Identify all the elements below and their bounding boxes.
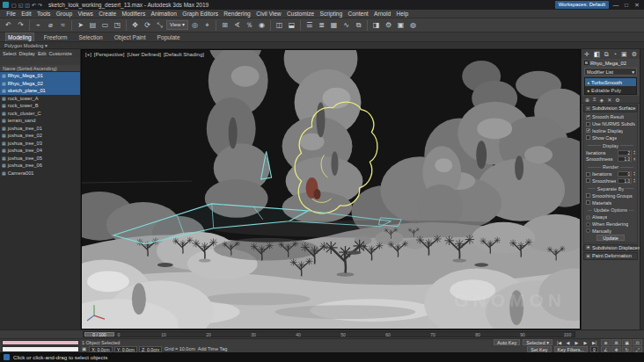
undo-icon[interactable]: ↶: [32, 2, 36, 8]
timeline-tick-100[interactable]: 100: [564, 332, 571, 337]
checkbox[interactable]: [586, 128, 590, 133]
pin-stack-icon[interactable]: ⊕: [585, 97, 589, 103]
select-and-link-icon[interactable]: ⌁: [33, 19, 44, 31]
viewport-label-segment-3[interactable]: [Default Shading]: [164, 52, 204, 57]
motion-tab[interactable]: ◔: [613, 51, 617, 57]
app-icon[interactable]: [3, 2, 9, 8]
explorer-row[interactable]: ▦rock_cluster_C: [0, 110, 80, 118]
parameter-value-field[interactable]: 2: [618, 150, 632, 156]
redo-icon[interactable]: ↷: [38, 2, 42, 8]
pan-icon[interactable]: ✥: [611, 346, 621, 352]
maximize-viewport-icon[interactable]: ⤢: [633, 346, 642, 352]
explorer-row[interactable]: ▦joshua_tree_04: [0, 147, 80, 155]
workspace-selector[interactable]: Workspaces: Default: [555, 1, 609, 9]
viewport-canvas[interactable]: [82, 50, 580, 329]
zoom-all-icon[interactable]: ⊞: [611, 339, 621, 345]
explorer-row[interactable]: ▦rock_tower_A: [0, 95, 80, 103]
menu-modifiers[interactable]: Modifiers: [119, 11, 148, 17]
spinner-arrows[interactable]: ▴▾: [633, 157, 635, 163]
explorer-menu-display[interactable]: Display: [19, 51, 35, 56]
parameter-value-field[interactable]: 1.0: [618, 156, 632, 162]
material-editor-icon[interactable]: ◨: [370, 19, 382, 31]
explorer-row[interactable]: ▦Rhyo_Mega_01: [0, 72, 80, 80]
zoom-icon[interactable]: ⊕: [601, 339, 611, 345]
rollout-header-paint-deformation[interactable]: +Paint Deformation: [583, 252, 638, 260]
timeline-tick-50[interactable]: 50: [340, 332, 346, 337]
previous-frame-button[interactable]: ◀: [564, 340, 572, 345]
zoom-extents-icon[interactable]: ▣: [622, 339, 632, 345]
select-object-icon[interactable]: ➤: [75, 19, 86, 31]
parameter-value-field[interactable]: 1.0: [618, 178, 632, 184]
taskbar-app-icon[interactable]: [4, 354, 10, 360]
checkbox[interactable]: [586, 122, 590, 127]
spinner-arrows[interactable]: ▴▾: [633, 150, 635, 156]
scene-explorer-icon[interactable]: ☰: [304, 19, 315, 31]
menu-rendering[interactable]: Rendering: [221, 11, 253, 17]
curve-editor-icon[interactable]: ∿: [340, 19, 352, 31]
spinner-snap-icon[interactable]: ◉: [256, 19, 267, 31]
save-file-icon[interactable]: ◫: [25, 2, 30, 8]
explorer-column-header[interactable]: Name (Sorted Ascending): [0, 65, 80, 72]
menu-help[interactable]: Help: [393, 11, 411, 17]
selection-lock-icon[interactable]: ▣: [82, 346, 86, 351]
show-end-result-icon[interactable]: ≡: [593, 97, 596, 102]
menu-graph-editors[interactable]: Graph Editors: [179, 11, 221, 17]
explorer-menu-select[interactable]: Select: [3, 51, 17, 56]
create-tab[interactable]: ✛: [584, 51, 589, 58]
spinner-down-icon[interactable]: ▾: [633, 153, 635, 156]
select-and-manipulate-icon[interactable]: ⌖: [201, 19, 213, 31]
minimize-button[interactable]: —: [611, 2, 620, 9]
key-filters-button[interactable]: Key Filters...: [554, 346, 589, 352]
select-and-scale-icon[interactable]: ⤡: [154, 19, 165, 31]
explorer-row[interactable]: ▦sketch_plane_01: [0, 87, 80, 95]
reference-coordinate-dropdown[interactable]: View ▾: [166, 20, 188, 30]
time-slider-handle[interactable]: 0 / 100: [84, 332, 114, 337]
checkbox[interactable]: [586, 200, 590, 205]
explorer-row[interactable]: ▦joshua_tree_02: [0, 132, 80, 140]
viewport-layout-strip[interactable]: [640, 49, 644, 329]
ribbon-tab-freeform[interactable]: Freeform: [42, 33, 70, 41]
modify-tab[interactable]: ◧: [594, 51, 600, 58]
modifier-stack-row[interactable]: ●Editable Poly: [585, 86, 636, 94]
go-to-start-button[interactable]: |◀: [555, 340, 563, 345]
open-file-icon[interactable]: ◱: [18, 2, 24, 8]
percent-snap-icon[interactable]: ％: [244, 19, 255, 31]
explorer-row[interactable]: ▦joshua_tree_06: [0, 162, 80, 170]
menu-group[interactable]: Group: [54, 11, 76, 17]
menu-content[interactable]: Content: [345, 11, 370, 17]
explorer-row[interactable]: ▦Rhyo_Mega_02: [0, 80, 80, 88]
viewport-label-segment-1[interactable]: [Perspective]: [94, 52, 125, 57]
explorer-menu-customize[interactable]: Customize: [49, 51, 72, 56]
close-button[interactable]: ✕: [633, 2, 641, 9]
maxscript-mini-listener-macro[interactable]: [2, 340, 79, 346]
ribbon-tab-object-paint[interactable]: Object Paint: [113, 33, 148, 41]
spinner-arrows[interactable]: ▴▾: [633, 178, 635, 184]
use-pivot-center-icon[interactable]: ◎: [189, 19, 201, 31]
timeline-tick-10[interactable]: 10: [161, 332, 166, 337]
selection-set-dropdown[interactable]: Selected ▾: [523, 339, 553, 345]
rendered-frame-window-icon[interactable]: ▣: [395, 19, 406, 31]
rectangular-selection-region-icon[interactable]: ▭: [99, 19, 111, 31]
explorer-row[interactable]: ▦terrain_sand: [0, 117, 80, 125]
update-button[interactable]: Update: [596, 235, 624, 241]
modifier-visibility-icon[interactable]: ●: [587, 80, 589, 85]
menu-customize[interactable]: Customize: [284, 11, 318, 17]
field-of-view-icon[interactable]: ∠: [601, 346, 611, 352]
ribbon-toggle-icon[interactable]: ▦: [328, 19, 340, 31]
modifier-list-dropdown[interactable]: Modifier List ▾: [584, 68, 637, 76]
timeline-tick-20[interactable]: 20: [206, 332, 211, 337]
spinner-arrows[interactable]: ▴▾: [633, 171, 635, 177]
explorer-row[interactable]: ▦joshua_tree_05: [0, 155, 80, 163]
radio-button[interactable]: [586, 228, 590, 233]
explorer-row[interactable]: ▦joshua_tree_03: [0, 140, 80, 148]
coordinate-field-y[interactable]: Y: 0.0cm: [114, 346, 137, 352]
viewport[interactable]: [+][Perspective][User Defined][Default S…: [81, 49, 581, 329]
viewport-label-segment-0[interactable]: [+]: [85, 52, 91, 57]
explorer-row[interactable]: ▦Camera001: [0, 170, 80, 177]
timeline-tick-60[interactable]: 60: [385, 332, 391, 337]
add-time-tag[interactable]: Add Time Tag: [198, 346, 228, 351]
render-production-icon[interactable]: ◍: [407, 19, 419, 31]
timeline-tick-40[interactable]: 40: [296, 332, 301, 337]
timeline-tick-0[interactable]: 0: [118, 332, 121, 337]
explorer-menu-edit[interactable]: Edit: [38, 51, 47, 56]
